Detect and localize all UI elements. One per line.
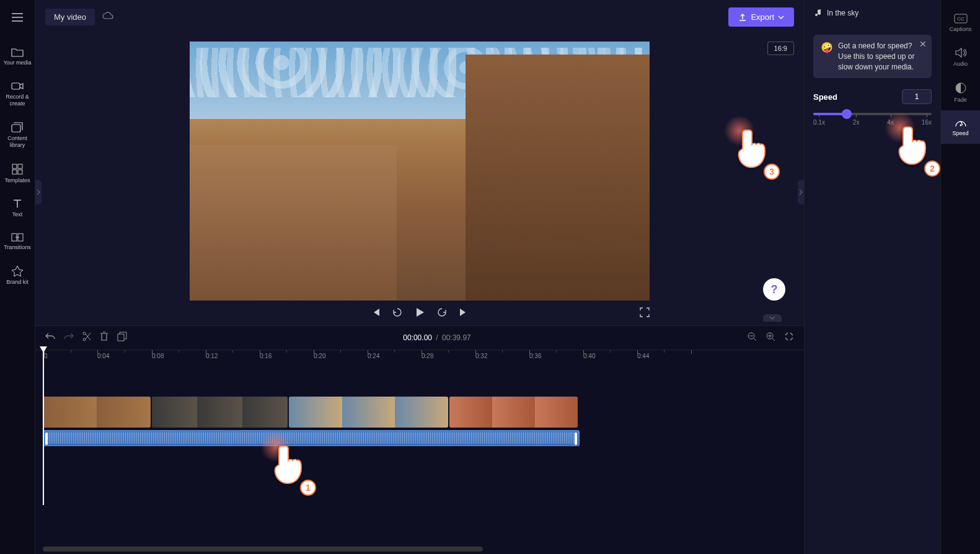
sidebar-templates[interactable]: Templates [0,157,35,190]
expand-left-handle[interactable] [35,180,42,204]
sidebar-label: Record & create [1,94,33,107]
tab-fade[interactable]: Fade [941,74,980,110]
slider-tick: 16x [922,119,932,126]
audio-trim-end[interactable] [575,433,577,445]
svg-rect-3 [18,164,22,169]
split-button[interactable] [82,332,91,344]
zoom-fit-button[interactable] [784,332,794,344]
transitions-icon [11,233,24,242]
waveform [47,433,575,444]
collapse-preview-button[interactable] [763,314,782,322]
speed-row: Speed [813,89,932,104]
tab-label: Captions [950,26,972,32]
speed-slider[interactable]: 0.1x 2x 4x 16x [813,113,932,126]
ruler-tick: 0:12 [206,353,218,359]
timeline-ruler[interactable]: 0 0:04 0:08 0:12 0:16 0:20 0:24 0:28 0:3… [35,350,804,366]
audio-clip-name: In the sky [827,9,859,17]
zoom-in-button[interactable] [766,332,775,344]
sidebar-right: CC Captions Audio Fade Speed [940,0,980,554]
folder-icon [11,47,24,57]
sidebar-your-media[interactable]: Your media [0,41,35,73]
cloud-sync-icon[interactable] [102,12,113,23]
delete-button[interactable] [100,332,108,344]
svg-rect-5 [18,170,22,174]
tab-captions[interactable]: CC Captions [941,6,980,40]
video-clip[interactable] [289,397,448,428]
templates-icon [12,164,23,175]
svg-point-8 [83,332,86,335]
audio-clip[interactable] [43,430,580,446]
video-clip[interactable] [449,397,578,428]
expand-right-handle[interactable] [798,180,804,204]
upload-icon [738,13,747,22]
help-button[interactable]: ? [763,278,785,301]
export-button[interactable]: Export [728,7,794,27]
timecode-display: 00:00.00 / 00:39.97 [403,333,470,342]
sidebar-transitions[interactable]: Transitions [0,227,35,257]
current-time: 00:00.00 [403,333,432,342]
tooltip-close-button[interactable]: ✕ [919,38,927,51]
chevron-down-icon [778,15,784,19]
sidebar-record-create[interactable]: Record & create [0,75,35,113]
ruler-tick: 0:32 [475,353,487,359]
video-clip[interactable] [152,397,288,428]
video-track [43,397,797,428]
tab-label: Audio [953,61,968,67]
playback-controls [190,307,650,320]
tab-speed[interactable]: Speed [941,110,980,144]
ruler-tick: 0:28 [422,353,433,359]
properties-panel: In the sky 🤪 Got a need for speed? Use t… [804,0,940,554]
sidebar-label: Templates [4,177,30,184]
zoom-out-button[interactable] [747,332,757,344]
svg-rect-0 [12,83,20,89]
slider-tick: 2x [853,119,860,126]
speed-slider-thumb[interactable] [842,109,852,119]
timeline-scrollbar[interactable] [43,547,483,552]
duplicate-button[interactable] [117,332,127,344]
skip-back-button[interactable] [371,307,381,320]
tab-label: Speed [952,130,968,136]
audio-icon [955,47,967,58]
timeline-tracks [35,366,804,554]
svg-rect-1 [12,125,20,132]
forward-button[interactable] [436,307,448,320]
sidebar-brand-kit[interactable]: Brand kit [0,259,35,292]
total-time: 00:39.97 [442,333,471,342]
camera-icon [11,81,24,91]
play-button[interactable] [414,307,425,320]
svg-point-16 [960,125,961,126]
speed-label: Speed [813,92,837,102]
video-clip[interactable] [43,397,151,428]
svg-text:CC: CC [957,16,965,22]
preview-canvas[interactable] [190,42,650,301]
undo-button[interactable] [45,332,55,343]
fullscreen-button[interactable] [640,307,650,320]
slider-tick: 4x [887,119,894,126]
rewind-button[interactable] [392,307,403,320]
main-area: My video Export 16:9 ? [35,0,804,554]
svg-rect-10 [118,334,124,341]
sidebar-text[interactable]: Text [0,193,35,224]
svg-rect-2 [12,164,17,169]
tab-audio[interactable]: Audio [941,40,980,74]
music-note-icon [813,9,822,17]
sidebar-label: Text [12,211,23,218]
project-title[interactable]: My video [45,9,95,25]
redo-button[interactable] [64,332,74,343]
svg-rect-4 [12,170,17,174]
ruler-tick: 0:36 [529,353,541,359]
captions-icon: CC [954,14,968,24]
speed-input[interactable] [902,89,932,104]
text-icon [12,199,22,209]
menu-button[interactable] [5,5,30,30]
fade-icon [955,82,967,94]
sidebar-left: Your media Record & create Content libra… [0,0,35,554]
slider-tick: 0.1x [813,119,825,126]
tooltip-text: Got a need for speed? Use this to speed … [838,41,924,72]
aspect-ratio-badge[interactable]: 16:9 [767,42,794,55]
hamburger-icon [12,13,23,22]
skip-forward-button[interactable] [459,307,469,320]
topbar: My video Export [35,0,804,34]
sidebar-content-library[interactable]: Content library [0,115,35,155]
playhead[interactable] [43,350,44,505]
